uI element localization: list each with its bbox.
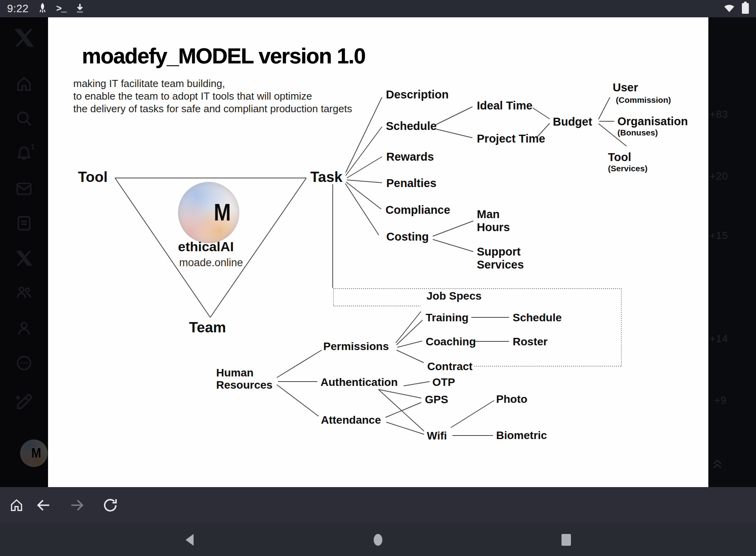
notifications-icon[interactable]: 1 <box>0 144 48 162</box>
profile-icon[interactable] <box>0 319 48 337</box>
compose-icon[interactable] <box>0 392 48 412</box>
node-schedule: Schedule <box>386 120 437 133</box>
status-bar: 9:22 >_ <box>0 0 756 17</box>
forward-button[interactable] <box>66 487 88 523</box>
node-task: Task <box>310 169 343 185</box>
communities-icon[interactable] <box>0 284 48 302</box>
node-team: Team <box>189 320 226 335</box>
node-permissions: Permissions <box>323 340 389 352</box>
photo-overlay-strip <box>708 17 756 487</box>
node-ideal-time: Ideal Time <box>477 99 532 112</box>
node-user: User <box>613 81 638 94</box>
terminal-icon: >_ <box>56 4 66 14</box>
nav-back-button[interactable] <box>174 523 206 556</box>
home-icon[interactable] <box>0 75 48 93</box>
avatar-monogram: M <box>32 445 41 461</box>
node-budget: Budget <box>553 115 592 128</box>
messages-icon[interactable] <box>0 180 48 198</box>
bookmark-count[interactable]: +14 <box>710 333 728 345</box>
clock: 9:22 <box>7 3 29 15</box>
node-contract: Contract <box>427 360 472 373</box>
battery-icon <box>741 1 750 16</box>
repost-count[interactable]: +20 <box>710 170 728 182</box>
node-roster: Roster <box>513 335 548 348</box>
brand-name: ethicalAI <box>178 240 234 253</box>
twitter-sidebar: 1 M <box>0 17 48 487</box>
premium-x-icon[interactable] <box>0 249 48 267</box>
node-description: Description <box>386 88 449 101</box>
more-icon[interactable] <box>0 354 48 372</box>
node-rewards: Rewards <box>386 150 434 163</box>
download-icon <box>74 3 85 15</box>
browser-toolbar: twitter.com/moadefy/status/1683301203264… <box>0 487 756 523</box>
back-button[interactable] <box>32 487 54 523</box>
search-icon[interactable] <box>0 109 48 128</box>
notification-badge: 1 <box>31 143 35 151</box>
node-human-resources: Human Resources <box>216 367 272 391</box>
wifi-icon <box>723 2 736 15</box>
node-project-time: Project Time <box>477 132 545 145</box>
node-tool-services: Tool <box>608 151 631 164</box>
node-biometric: Biometric <box>496 429 547 441</box>
node-training-schedule: Schedule <box>513 311 561 324</box>
node-organisation-sub: (Bonuses) <box>617 128 658 137</box>
android-screen: { "status_bar": { "time": "9:22" }, "sid… <box>0 0 756 556</box>
node-coaching: Coaching <box>426 335 476 348</box>
node-tool-services-sub: (Services) <box>608 164 647 173</box>
like-count[interactable]: +15 <box>710 230 728 242</box>
node-photo: Photo <box>496 393 527 405</box>
browser-home-button[interactable] <box>6 487 28 523</box>
node-penalties: Penalties <box>386 177 436 190</box>
node-attendance: Attendance <box>321 414 381 426</box>
node-organisation: Organisation <box>617 115 688 128</box>
node-user-sub: (Commission) <box>616 95 671 105</box>
node-job-specs: Job Specs <box>426 290 482 302</box>
node-authentication: Authentication <box>321 376 398 388</box>
android-nav-bar <box>0 523 756 556</box>
lists-icon[interactable] <box>0 214 48 232</box>
diagram-subtitle: making IT facilitate team building, to e… <box>73 77 352 115</box>
diagram-title: moadefy_MODEL version 1.0 <box>82 43 365 69</box>
collapse-chevron-icon[interactable] <box>713 459 722 469</box>
logo-monogram: M <box>214 198 230 226</box>
brand-url: moade.online <box>179 257 243 269</box>
reply-count[interactable]: +83 <box>710 108 728 120</box>
node-otp: OTP <box>432 376 455 388</box>
usb-rocket-icon <box>37 2 48 15</box>
x-logo-icon[interactable] <box>0 27 48 48</box>
node-costing: Costing <box>386 230 429 243</box>
reload-button[interactable] <box>99 487 121 523</box>
nav-recents-button[interactable] <box>550 523 582 556</box>
share-count[interactable]: +9 <box>714 394 727 406</box>
node-support-services: Support Services <box>477 245 524 271</box>
user-avatar[interactable]: M <box>20 439 48 467</box>
node-man-hours: Man Hours <box>477 208 510 234</box>
nav-home-button[interactable] <box>362 523 394 556</box>
node-tool: Tool <box>78 169 107 185</box>
node-wifi: Wifi <box>427 430 447 442</box>
node-training: Training <box>426 311 469 324</box>
node-gps: GPS <box>425 393 448 406</box>
node-compliance: Compliance <box>385 204 450 217</box>
